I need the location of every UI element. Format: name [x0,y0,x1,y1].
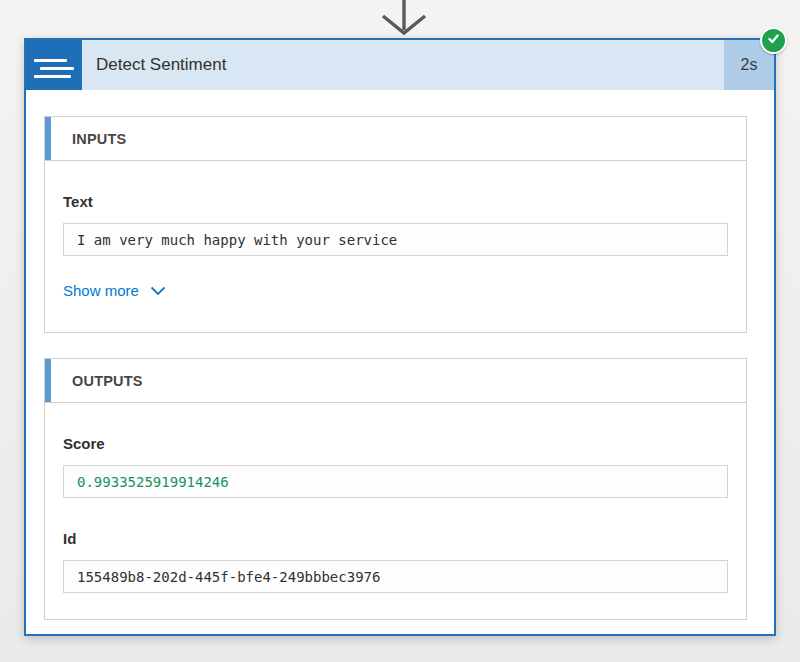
section-accent-bar [45,359,51,402]
action-title: Detect Sentiment [82,40,724,90]
chevron-down-icon [150,282,166,299]
action-card-detect-sentiment: Detect Sentiment 2s INPUTS Text I am ver… [24,38,776,636]
id-field-value: 155489b8-202d-445f-bfe4-249bbbec3976 [63,560,728,593]
id-field-label: Id [63,530,728,547]
status-succeeded-badge [760,27,787,54]
inputs-section-title: INPUTS [72,131,126,147]
check-icon [766,31,781,50]
outputs-section-header: OUTPUTS [45,359,746,403]
text-field-label: Text [63,193,728,210]
outputs-section: OUTPUTS Score 0.9933525919914246 Id 1554… [44,358,747,620]
score-field-value: 0.9933525919914246 [63,465,728,498]
action-card-header[interactable]: Detect Sentiment 2s [26,40,774,90]
show-more-label: Show more [63,282,139,299]
inputs-section-body: Text I am very much happy with your serv… [45,193,746,332]
section-accent-bar [45,117,51,160]
card-body: INPUTS Text I am very much happy with yo… [26,90,774,620]
outputs-section-title: OUTPUTS [72,373,143,389]
inputs-section-header: INPUTS [45,117,746,161]
score-field-label: Score [63,435,728,452]
inputs-section: INPUTS Text I am very much happy with yo… [44,116,747,333]
connector-icon-tile [26,40,82,90]
show-more-link[interactable]: Show more [63,282,166,299]
outputs-section-body: Score 0.9933525919914246 Id 155489b8-202… [45,435,746,619]
page-background: { "action_card": { "title": "Detect Sent… [0,0,800,662]
text-field-value: I am very much happy with your service [63,223,728,256]
flow-connector-arrow-icon [374,0,434,37]
